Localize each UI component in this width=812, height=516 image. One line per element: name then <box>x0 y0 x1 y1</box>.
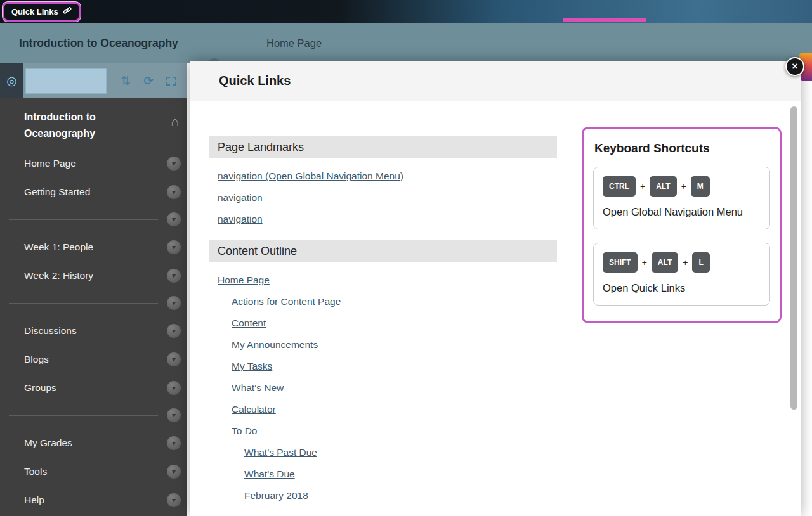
course-menu-nav: Home Page ▾ Getting Started ▾ ▾ Week 1: … <box>0 149 187 514</box>
tab-underline-indicator <box>563 18 646 22</box>
chevron-down-icon[interactable]: ▾ <box>167 240 181 254</box>
keyboard-shortcuts-heading: Keyboard Shortcuts <box>594 141 769 155</box>
modal-left-column: Page Landmarks navigation (Open Global N… <box>190 101 575 515</box>
menu-display-panel[interactable] <box>25 68 107 94</box>
outline-link[interactable]: Actions for Content Page <box>232 296 341 307</box>
chevron-down-icon[interactable]: ▾ <box>167 381 181 395</box>
menu-view-toggle-icon[interactable]: ◎ <box>0 63 23 98</box>
outline-link[interactable]: Content <box>232 318 266 328</box>
plus-sign: + <box>642 257 647 268</box>
sidebar-item-blogs[interactable]: Blogs ▾ <box>0 345 187 373</box>
chevron-down-icon[interactable]: ▾ <box>167 296 181 310</box>
shortcut-card: CTRL + ALT + M Open Global Navigation Me… <box>593 167 770 229</box>
chevron-down-icon[interactable]: ▾ <box>167 436 181 450</box>
open-in-window-icon[interactable] <box>166 77 176 86</box>
chevron-down-icon[interactable]: ▾ <box>167 324 181 338</box>
outline-link[interactable]: To Do <box>232 425 258 436</box>
outline-link[interactable]: My Announcements <box>232 339 318 350</box>
modal-body: Page Landmarks navigation (Open Global N… <box>190 101 801 515</box>
shortcut-description: Open Global Navigation Menu <box>603 204 761 220</box>
sidebar-item-my-grades[interactable]: My Grades ▾ <box>0 429 187 457</box>
keycap: ALT <box>650 176 676 197</box>
sidebar-item-week-1-people[interactable]: Week 1: People ▾ <box>0 233 187 261</box>
home-icon: ⌂ <box>171 111 179 132</box>
outline-link[interactable]: February 2018 <box>244 490 308 501</box>
content-outline-list: Home Page Actions for Content Page Conte… <box>209 274 575 502</box>
course-header: Introduction to Oceanography ▾ Home Page <box>0 23 812 63</box>
quick-links-modal: Quick Links Page Landmarks navigation (O… <box>190 61 801 516</box>
plus-sign: + <box>681 181 686 191</box>
landmark-link[interactable]: navigation (Open Global Navigation Menu) <box>218 171 403 181</box>
outline-link[interactable]: Calculator <box>232 404 276 415</box>
page-landmarks-heading: Page Landmarks <box>209 136 557 158</box>
page-landmarks-list: navigation (Open Global Navigation Menu)… <box>209 170 575 226</box>
keycap: L <box>692 252 709 273</box>
outline-link[interactable]: What's Due <box>244 468 295 479</box>
close-icon[interactable]: × <box>785 57 804 76</box>
top-bar: Quick Links <box>0 0 812 23</box>
course-menu-toolbar: ◎ ⇅ ⟳ <box>0 63 187 98</box>
breadcrumb: Home Page <box>266 23 322 63</box>
chevron-down-icon[interactable]: ▾ <box>167 352 181 366</box>
outline-link[interactable]: Home Page <box>218 274 270 285</box>
keycap: SHIFT <box>603 252 638 273</box>
sidebar-divider: ▾ <box>0 402 187 429</box>
plus-sign: + <box>640 181 645 191</box>
sidebar-item-week-2-history[interactable]: Week 2: History ▾ <box>0 261 187 290</box>
chevron-down-icon[interactable]: ▾ <box>167 269 181 283</box>
landmark-link[interactable]: navigation <box>218 192 263 203</box>
refresh-icon[interactable]: ⟳ <box>143 74 154 88</box>
chevron-down-icon[interactable]: ▾ <box>167 185 181 199</box>
outline-link[interactable]: My Tasks <box>232 361 272 371</box>
screen: Quick Links Introduction to Oceanography… <box>0 0 812 516</box>
keycap: CTRL <box>603 176 636 197</box>
chain-link-icon <box>63 6 72 17</box>
chevron-down-icon[interactable]: ▾ <box>167 493 181 507</box>
chevron-down-icon[interactable]: ▾ <box>167 157 181 171</box>
modal-right-column: Keyboard Shortcuts CTRL + ALT + M Open G… <box>575 101 801 515</box>
chevron-down-icon[interactable]: ▾ <box>167 465 181 479</box>
outline-link[interactable]: What's New <box>232 382 284 393</box>
reorder-icon[interactable]: ⇅ <box>121 74 131 88</box>
sidebar-course-title[interactable]: Introduction to Oceanography ⌂ <box>0 98 187 149</box>
sidebar-divider: ▾ <box>0 290 187 316</box>
chevron-down-icon[interactable]: ▾ <box>167 212 181 226</box>
keycap: ALT <box>652 252 678 273</box>
sidebar-item-discussions[interactable]: Discussions ▾ <box>0 316 187 345</box>
quick-links-label: Quick Links <box>11 7 58 16</box>
course-menu-sidebar: ◎ ⇅ ⟳ Introduction to Oceanography ⌂ Hom… <box>0 63 187 516</box>
chevron-down-icon[interactable]: ▾ <box>167 408 181 422</box>
sidebar-item-home-page[interactable]: Home Page ▾ <box>0 149 187 177</box>
shortcut-keys: SHIFT + ALT + L <box>603 252 761 273</box>
plus-sign: + <box>683 257 688 268</box>
content-outline-heading: Content Outline <box>209 240 557 262</box>
sidebar-item-help[interactable]: Help ▾ <box>0 486 187 514</box>
course-header-title: Introduction to Oceanography <box>19 23 178 63</box>
sidebar-item-getting-started[interactable]: Getting Started ▾ <box>0 177 187 206</box>
shortcut-card: SHIFT + ALT + L Open Quick Links <box>593 243 770 306</box>
outline-link[interactable]: What's Past Due <box>244 447 317 458</box>
modal-title: Quick Links <box>190 61 801 101</box>
landmark-link[interactable]: navigation <box>218 214 263 224</box>
sidebar-item-tools[interactable]: Tools ▾ <box>0 457 187 486</box>
modal-scrollbar[interactable] <box>790 106 797 410</box>
shortcut-keys: CTRL + ALT + M <box>603 176 761 197</box>
menu-tool-icons: ⇅ ⟳ <box>121 74 176 88</box>
sidebar-divider: ▾ <box>0 206 187 233</box>
shortcut-description: Open Quick Links <box>603 280 761 296</box>
quick-links-button[interactable]: Quick Links <box>3 2 81 22</box>
keyboard-shortcuts-panel: Keyboard Shortcuts CTRL + ALT + M Open G… <box>582 127 782 323</box>
keycap: M <box>691 176 710 197</box>
sidebar-item-groups[interactable]: Groups ▾ <box>0 373 187 402</box>
